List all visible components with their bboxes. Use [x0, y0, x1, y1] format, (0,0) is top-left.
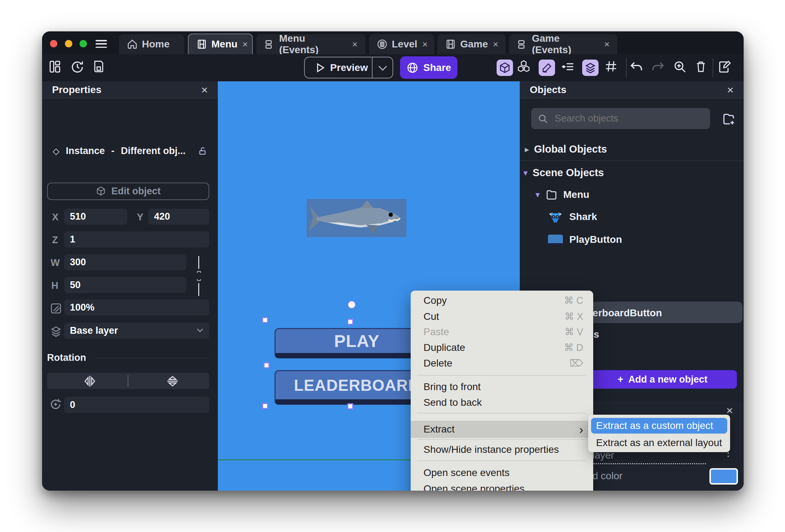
- tab-game[interactable]: Game ×: [437, 34, 506, 54]
- edit-object-button[interactable]: Edit object: [47, 183, 209, 200]
- close-tab-icon[interactable]: ×: [422, 39, 428, 50]
- close-tab-icon[interactable]: ×: [242, 39, 248, 50]
- scene-objects-row[interactable]: ▾ Scene Objects: [523, 167, 604, 179]
- extract-submenu: Extract as a custom object Extract as an…: [588, 415, 730, 452]
- menu-item-open-scene-events[interactable]: Open scene events: [411, 465, 593, 481]
- share-button[interactable]: Share: [400, 56, 457, 79]
- object-label: Shark: [569, 211, 597, 222]
- instances-button[interactable]: [517, 60, 531, 74]
- tab-level[interactable]: Level ×: [369, 34, 434, 54]
- cube-icon: [499, 62, 510, 73]
- context-menu: Copy ⌘ C Cut ⌘ X Paste ⌘ V Duplicate ⌘ D…: [411, 291, 593, 491]
- menu-shortcut: ⌘ D: [564, 342, 583, 353]
- menu-item-cut[interactable]: Cut ⌘ X: [411, 309, 593, 324]
- close-tab-icon[interactable]: ×: [352, 39, 358, 50]
- instance-header: ◇ Instance - Different obj...: [53, 145, 210, 157]
- submenu-item-label: Extract as a custom object: [596, 420, 713, 431]
- unlock-icon[interactable]: [198, 146, 207, 156]
- add-folder-icon[interactable]: [722, 112, 736, 126]
- preview-button[interactable]: Preview: [304, 57, 393, 78]
- flip-vertical-button[interactable]: [165, 375, 180, 388]
- scrollbar[interactable]: [731, 419, 735, 460]
- w-label: W: [51, 257, 60, 268]
- x-field[interactable]: [64, 209, 127, 225]
- caret-down-icon: ▾: [535, 190, 540, 200]
- global-objects-label: Global Objects: [534, 143, 607, 155]
- global-objects-row[interactable]: ▸ Global Objects: [525, 143, 607, 155]
- redo-button[interactable]: [651, 60, 665, 74]
- grid-icon: [604, 60, 618, 73]
- close-icon[interactable]: ×: [201, 84, 208, 96]
- close-tab-icon[interactable]: ×: [604, 39, 610, 50]
- tab-menu[interactable]: Menu ×: [188, 34, 253, 54]
- search-box[interactable]: [531, 108, 710, 129]
- close-icon[interactable]: ×: [727, 84, 734, 96]
- open-project-manager-button[interactable]: [48, 60, 62, 74]
- undo-button[interactable]: [630, 60, 644, 74]
- close-icon[interactable]: ×: [726, 405, 733, 416]
- y-field[interactable]: [148, 209, 209, 225]
- tab-game-events[interactable]: Game (Events) ×: [509, 34, 617, 54]
- save-button[interactable]: [92, 60, 106, 73]
- instructions-list-button[interactable]: [561, 60, 575, 74]
- close-window-button[interactable]: [50, 40, 57, 47]
- menu-item-show-hide-instance-properties[interactable]: Show/Hide instance properties: [411, 442, 593, 457]
- z-field[interactable]: [64, 231, 209, 247]
- selection-handle[interactable]: [262, 317, 268, 323]
- menu-item-extract[interactable]: Extract ›: [411, 421, 593, 438]
- zoom-button[interactable]: [673, 60, 687, 74]
- folder-row-menu[interactable]: ▾ Menu: [535, 189, 589, 200]
- delete-button[interactable]: [694, 60, 708, 73]
- shark-sprite[interactable]: [307, 199, 406, 237]
- opacity-field[interactable]: [64, 300, 209, 316]
- maximize-window-button[interactable]: [79, 40, 87, 47]
- submenu-item-extract-external-layout[interactable]: Extract as an external layout: [591, 435, 727, 451]
- menu-shortcut: ⌘ V: [564, 326, 583, 338]
- menu-item-label: Open scene events: [424, 467, 509, 479]
- tab-label: Menu (Events): [279, 33, 347, 56]
- menu-item-duplicate[interactable]: Duplicate ⌘ D: [411, 340, 593, 355]
- submenu-item-extract-custom-object[interactable]: Extract as a custom object: [591, 418, 727, 434]
- selection-handle[interactable]: [347, 403, 353, 409]
- menu-item-send-to-back[interactable]: Send to back: [411, 395, 593, 410]
- selection-handle[interactable]: [262, 403, 268, 409]
- object-row-playbutton[interactable]: PlayButton: [548, 234, 622, 245]
- add-new-object-button[interactable]: + Add a new object: [588, 370, 737, 389]
- object-mode-button[interactable]: [497, 60, 513, 76]
- close-tab-icon[interactable]: ×: [493, 39, 498, 50]
- h-field[interactable]: [64, 277, 186, 293]
- menu-item-paste[interactable]: Paste ⌘ V: [411, 324, 593, 340]
- menu-item-bring-to-front[interactable]: Bring to front: [411, 379, 593, 395]
- history-button[interactable]: [70, 60, 85, 75]
- edit-note-icon: [718, 60, 732, 74]
- tab-label: Game (Events): [532, 33, 599, 56]
- rotation-icon: [48, 397, 63, 411]
- hamburger-menu-icon[interactable]: [96, 40, 107, 48]
- selection-handle[interactable]: [263, 362, 270, 368]
- menu-item-open-scene-properties[interactable]: Open scene properties: [411, 481, 593, 491]
- search-input[interactable]: [554, 113, 698, 124]
- submenu-item-label: Extract as an external layout: [596, 437, 722, 449]
- layers-panel-button[interactable]: [582, 60, 599, 76]
- tab-menu-events[interactable]: Menu (Events) ×: [256, 34, 365, 54]
- minimize-window-button[interactable]: [65, 40, 72, 47]
- rotation-field[interactable]: [64, 397, 209, 413]
- add-new-object-label: Add a new object: [628, 374, 707, 385]
- menu-item-delete[interactable]: Delete ⌦: [411, 355, 593, 371]
- layer-select[interactable]: Base layer: [64, 323, 209, 339]
- flip-horizontal-button[interactable]: [83, 375, 97, 387]
- edit-mode-button[interactable]: [539, 60, 555, 76]
- toolbar: Preview Share: [42, 54, 744, 81]
- edit-scene-properties-button[interactable]: [718, 60, 732, 74]
- w-field[interactable]: [64, 254, 186, 270]
- selection-handle[interactable]: [347, 319, 353, 325]
- link-dimensions-icon[interactable]: [194, 271, 204, 281]
- preview-options-button[interactable]: [373, 66, 392, 70]
- background-color-swatch[interactable]: [709, 468, 738, 485]
- objects-panel-header: Objects ×: [520, 81, 744, 98]
- rotate-handle[interactable]: [348, 301, 356, 309]
- tab-home[interactable]: Home: [119, 34, 184, 54]
- menu-item-copy[interactable]: Copy ⌘ C: [411, 293, 593, 308]
- grid-button[interactable]: [604, 60, 618, 73]
- object-row-shark[interactable]: Shark: [548, 210, 597, 224]
